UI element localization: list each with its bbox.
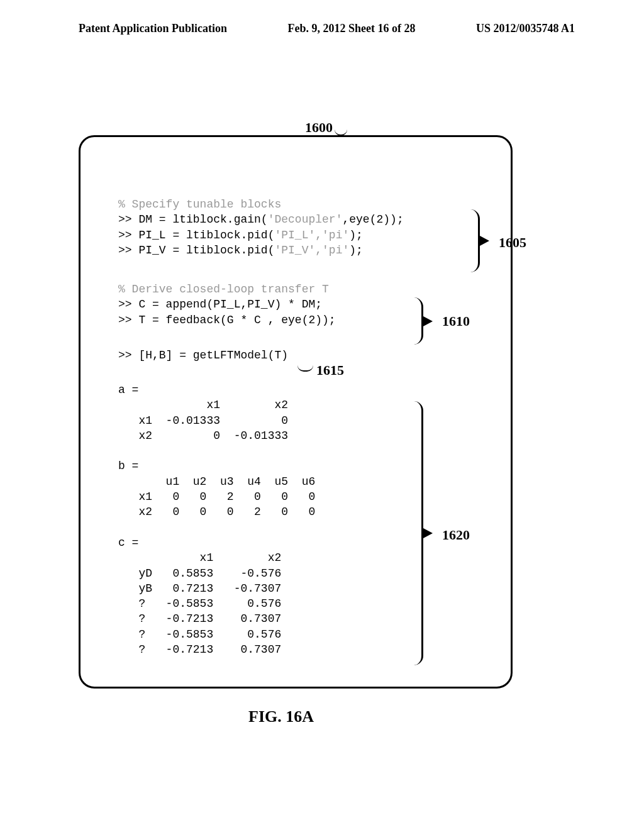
callout-1605: 1605 [499,235,526,251]
code-panel: % Specify tunable blocks >> DM = ltibloc… [79,135,513,689]
callout-1610: 1610 [442,313,470,329]
figure-caption: FIG. 16A [248,707,314,726]
brace-1620 [414,401,423,665]
callout-arc-1615 [297,365,313,372]
callout-1615: 1615 [316,362,344,379]
code-block-1615: >> [H,B] = getLFTModel(T) [118,348,288,363]
brace-1610 [414,297,423,345]
code-block-1610: % Derive closed-loop transfer T >> C = a… [118,282,336,328]
header-center: Feb. 9, 2012 Sheet 16 of 28 [288,22,416,35]
code-block-1605: % Specify tunable blocks >> DM = ltibloc… [118,197,404,258]
brace-1605 [470,209,480,272]
figure-reference-1600: 1600 [305,119,347,136]
header-right: US 2012/0035748 A1 [476,22,575,35]
header-left: Patent Application Publication [79,22,227,35]
callout-1620: 1620 [442,527,470,543]
code-block-1620: a = x1 x2 x1 -0.01333 0 x2 0 -0.01333 b … [118,382,315,657]
